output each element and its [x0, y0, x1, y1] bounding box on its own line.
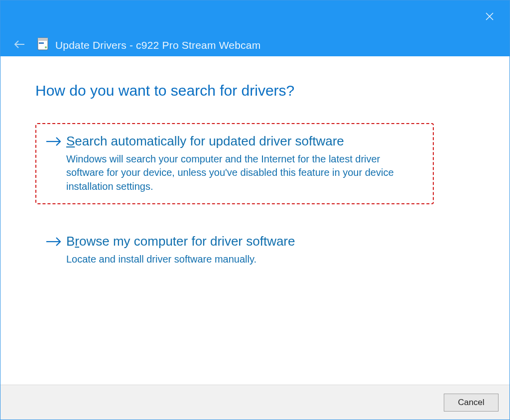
drive-icon — [37, 36, 48, 51]
close-button[interactable] — [480, 8, 500, 24]
back-button[interactable] — [12, 37, 26, 51]
option-title: Search automatically for updated driver … — [66, 133, 422, 149]
back-arrow-icon — [13, 39, 25, 49]
update-drivers-dialog: Update Drivers - c922 Pro Stream Webcam … — [0, 0, 510, 420]
option-texts: Browse my computer for driver software L… — [66, 233, 422, 266]
option-browse-computer[interactable]: Browse my computer for driver software L… — [35, 223, 434, 277]
arrow-right-icon — [45, 233, 66, 249]
page-heading: How do you want to search for drivers? — [35, 82, 475, 99]
close-icon — [485, 12, 494, 21]
svg-point-6 — [45, 46, 47, 48]
options-list: Search automatically for updated driver … — [35, 123, 475, 277]
dialog-body: How do you want to search for drivers? S… — [0, 56, 510, 385]
dialog-footer: Cancel — [0, 385, 510, 420]
option-search-automatically[interactable]: Search automatically for updated driver … — [35, 123, 434, 204]
option-description: Windows will search your computer and th… — [66, 152, 415, 194]
svg-rect-4 — [38, 38, 48, 41]
arrow-right-icon — [45, 133, 66, 149]
cancel-button[interactable]: Cancel — [444, 394, 499, 412]
titlebar: Update Drivers - c922 Pro Stream Webcam — [0, 0, 510, 56]
window-title: Update Drivers - c922 Pro Stream Webcam — [55, 39, 260, 51]
option-texts: Search automatically for updated driver … — [66, 133, 422, 193]
option-description: Locate and install driver software manua… — [66, 253, 415, 267]
svg-rect-5 — [39, 42, 44, 44]
option-title: Browse my computer for driver software — [66, 233, 422, 250]
